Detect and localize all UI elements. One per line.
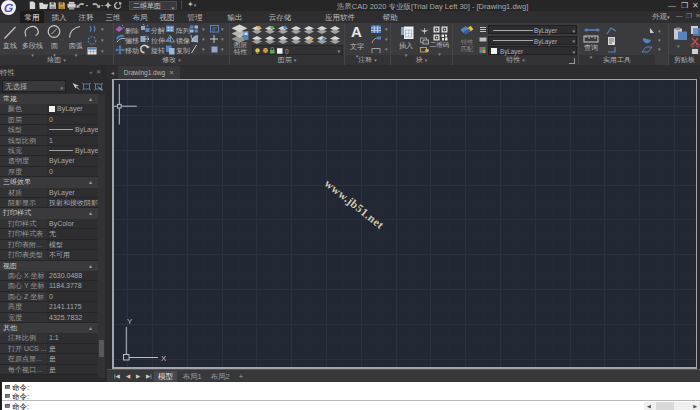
svg-text:Y: Y — [127, 317, 133, 326]
svg-text:X: X — [161, 354, 167, 363]
